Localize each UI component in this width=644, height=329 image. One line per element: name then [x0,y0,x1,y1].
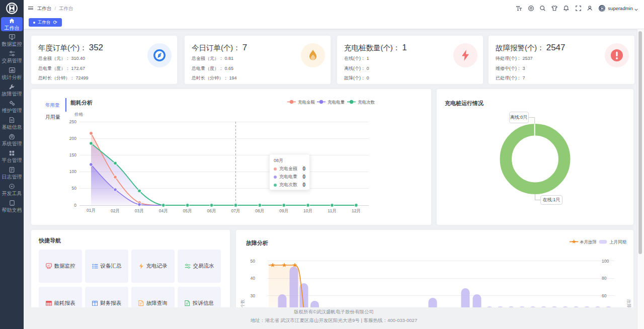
svg-text:50: 50 [72,186,77,191]
svg-text:200: 200 [69,136,76,141]
svg-text:100: 100 [69,169,76,174]
svg-text:80: 80 [602,276,607,281]
svg-text:10月: 10月 [303,208,312,213]
svg-text:40: 40 [251,276,256,281]
svg-text:150: 150 [69,152,76,157]
svg-text:上月同期: 上月同期 [609,239,626,244]
svg-text:50: 50 [251,259,256,264]
svg-text:04月: 04月 [159,208,168,213]
svg-text:09月: 09月 [279,208,288,213]
svg-text:60: 60 [602,293,607,298]
svg-text:03月: 03月 [135,208,144,213]
svg-text:本月故障: 本月故障 [580,239,597,244]
svg-text:07月: 07月 [231,208,240,213]
svg-text:12月: 12月 [352,208,361,213]
svg-text:充电次数: 充电次数 [358,100,375,105]
svg-text:250: 250 [69,119,76,124]
svg-text:30: 30 [251,293,256,298]
svg-text:0: 0 [74,203,76,208]
svg-text:05月: 05月 [183,208,192,213]
svg-text:充电金额: 充电金额 [298,100,315,105]
svg-text:06月: 06月 [207,208,216,213]
svg-text:价格: 价格 [74,112,84,117]
svg-text:02月: 02月 [111,208,120,213]
svg-text:08月: 08月 [255,208,264,213]
svg-text:01月: 01月 [87,208,96,213]
svg-text:11月: 11月 [328,208,336,213]
svg-text:100: 100 [602,259,609,264]
svg-text:充电电量: 充电电量 [328,100,345,105]
